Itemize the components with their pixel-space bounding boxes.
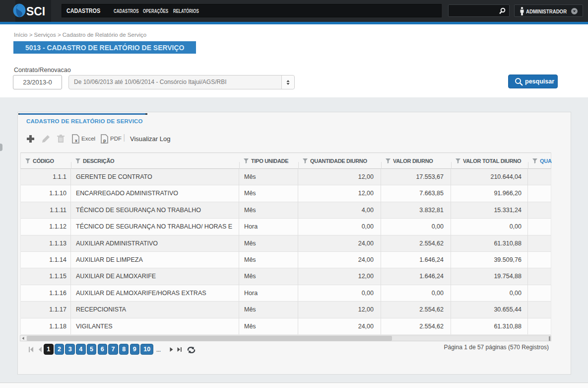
svg-text:x: x bbox=[75, 138, 77, 143]
svg-text:p: p bbox=[103, 138, 106, 143]
